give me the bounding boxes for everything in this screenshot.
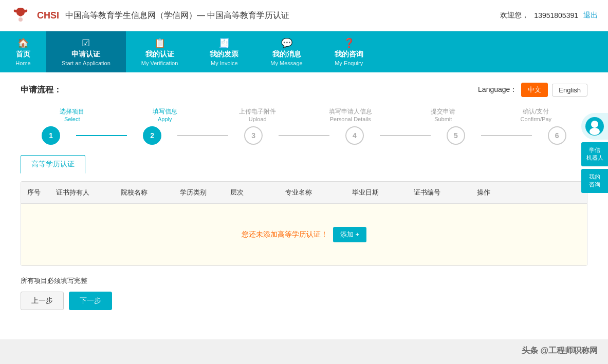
table-body-empty: 您还未添加高等学历认证！ 添加 + xyxy=(21,204,587,265)
lang-chinese-btn[interactable]: 中文 xyxy=(521,83,548,97)
step1-label-cn: 选择项目 xyxy=(26,107,119,116)
header-left: CHSI 中国高等教育学生信息网（学信网）— 中国高等教育学历认证 xyxy=(10,5,289,26)
nav-verify-en: My Verification xyxy=(141,60,178,66)
step1-circle: 1 xyxy=(42,126,60,145)
th-level: 层次 xyxy=(216,182,257,203)
step6-circle: 6 xyxy=(548,126,566,145)
nav-my-verify[interactable]: 📋 我的认证 My Verification xyxy=(126,31,194,72)
home-icon: 🏠 xyxy=(17,37,29,49)
step2-label-en: Apply xyxy=(119,116,212,122)
main-nav: 🏠 首页 Home ☑ 申请认证 Start an Application 📋 … xyxy=(0,31,608,72)
line-2-3 xyxy=(177,135,228,136)
nav-my-message[interactable]: 💬 我的消息 My Message xyxy=(255,31,318,72)
steps-circles-row: 1 2 3 4 5 6 xyxy=(26,126,582,145)
nav-buttons: 上一步 下一步 xyxy=(21,292,587,310)
enquiry-sidebar-label: 我的咨询 xyxy=(589,174,600,187)
my-enquiry-sidebar-btn[interactable]: 我的咨询 xyxy=(581,169,608,193)
step5-label-cn: 提交申请 xyxy=(397,107,490,116)
nav-invoice-cn: 我的发票 xyxy=(210,50,238,59)
tab-section: 高等学历认证 xyxy=(21,155,587,174)
header-right: 欢迎您， 13951805391 退出 xyxy=(500,11,598,20)
step5-label-en: Submit xyxy=(397,116,490,122)
step4-label-cn: 填写申请人信息 xyxy=(304,107,397,116)
th-major: 专业名称 xyxy=(257,182,340,203)
step3-label-cn: 上传电子附件 xyxy=(211,107,304,116)
table-header: 序号 证书持有人 院校名称 学历类别 层次 专业名称 毕业日期 证书编号 操作 xyxy=(21,182,587,204)
empty-message: 您还未添加高等学历认证！ xyxy=(242,230,328,239)
nav-home-cn: 首页 xyxy=(16,50,30,59)
nav-my-invoice[interactable]: 🧾 我的发票 My Invoice xyxy=(193,31,255,72)
th-cert-num: 证书编号 xyxy=(391,182,463,203)
enquiry-icon: ❓ xyxy=(343,37,355,49)
line-3-4 xyxy=(279,135,329,136)
message-icon: 💬 xyxy=(281,37,292,49)
required-note: 所有项目必须填写完整 xyxy=(21,276,587,285)
verify-icon: 📋 xyxy=(154,37,165,49)
step1-label-en: Select xyxy=(26,116,119,122)
step4-label-en: Personal Details xyxy=(304,116,397,122)
th-grad-date: 毕业日期 xyxy=(340,182,391,203)
nav-message-cn: 我的消息 xyxy=(272,50,301,59)
next-step-btn[interactable]: 下一步 xyxy=(69,292,112,310)
nav-home[interactable]: 🏠 首页 Home xyxy=(0,31,46,72)
svg-point-3 xyxy=(589,128,600,135)
th-school: 院校名称 xyxy=(98,182,170,203)
nav-apply-cn: 申请认证 xyxy=(71,50,100,59)
verification-table: 序号 证书持有人 院校名称 学历类别 层次 专业名称 毕业日期 证书编号 操作 … xyxy=(21,181,587,266)
step4-circle: 4 xyxy=(345,126,364,145)
bottom-section: 所有项目必须填写完整 上一步 下一步 xyxy=(21,276,587,310)
step6-label-cn: 确认/支付 xyxy=(490,107,583,116)
step6-label-en: Confirm/Pay xyxy=(490,116,583,122)
logo-icon xyxy=(10,5,31,26)
line-4-5 xyxy=(380,135,430,136)
step3-circle: 3 xyxy=(244,126,263,145)
nav-apply-en: Start an Application xyxy=(62,60,110,66)
step3-label-en: Upload xyxy=(211,116,304,122)
nav-invoice-en: My Invoice xyxy=(211,60,238,66)
nav-my-enquiry[interactable]: ❓ 我的咨询 My Enquiry xyxy=(318,31,380,72)
logout-link[interactable]: 退出 xyxy=(583,11,598,20)
svg-point-0 xyxy=(19,17,23,22)
welcome-text: 欢迎您， xyxy=(500,11,529,20)
language-label: Language： xyxy=(478,85,517,94)
add-certification-btn[interactable]: 添加 + xyxy=(333,227,366,242)
nav-home-en: Home xyxy=(15,60,30,66)
language-section: Language： 中文 English xyxy=(478,83,587,97)
robot-label: 学信机器人 xyxy=(586,147,603,161)
th-type: 学历类别 xyxy=(170,182,216,203)
line-1-2 xyxy=(76,135,126,136)
lang-english-btn[interactable]: English xyxy=(552,84,587,97)
site-title: 中国高等教育学生信息网（学信网）— 中国高等教育学历认证 xyxy=(65,10,289,21)
nav-verify-cn: 我的认证 xyxy=(145,50,174,59)
nav-apply[interactable]: ☑ 申请认证 Start an Application xyxy=(46,31,126,72)
th-action: 操作 xyxy=(463,182,504,203)
right-sidebar: 学信机器人 我的咨询 xyxy=(581,113,608,193)
robot-avatar xyxy=(581,113,608,140)
step5-circle: 5 xyxy=(447,126,465,145)
steps-progress: 选择项目 Select 填写信息 Apply 上传电子附件 Upload 填写申… xyxy=(21,107,587,155)
nav-message-en: My Message xyxy=(270,60,302,66)
svg-point-2 xyxy=(591,121,598,128)
apply-icon: ☑ xyxy=(82,37,90,49)
robot-btn[interactable]: 学信机器人 xyxy=(581,142,608,166)
steps-title: 申请流程： xyxy=(21,85,62,95)
nav-enquiry-cn: 我的咨询 xyxy=(335,50,363,59)
chsi-brand: CHSI xyxy=(37,10,59,21)
main-content: 申请流程： Language： 中文 English 选择项目 Select 填… xyxy=(0,72,608,339)
line-5-6 xyxy=(481,135,531,136)
step2-label-cn: 填写信息 xyxy=(119,107,212,116)
watermark: 头条 @工程师职称网 xyxy=(522,346,598,356)
prev-step-btn[interactable]: 上一步 xyxy=(21,292,64,310)
th-holder: 证书持有人 xyxy=(47,182,98,203)
th-num: 序号 xyxy=(21,182,47,203)
tab-degree-verify[interactable]: 高等学历认证 xyxy=(21,155,85,174)
header: CHSI 中国高等教育学生信息网（学信网）— 中国高等教育学历认证 欢迎您， 1… xyxy=(0,0,608,31)
user-id: 13951805391 xyxy=(534,11,578,20)
invoice-icon: 🧾 xyxy=(218,37,230,49)
steps-header: 申请流程： Language： 中文 English xyxy=(21,83,587,97)
step2-circle: 2 xyxy=(143,126,161,145)
nav-enquiry-en: My Enquiry xyxy=(335,60,363,66)
